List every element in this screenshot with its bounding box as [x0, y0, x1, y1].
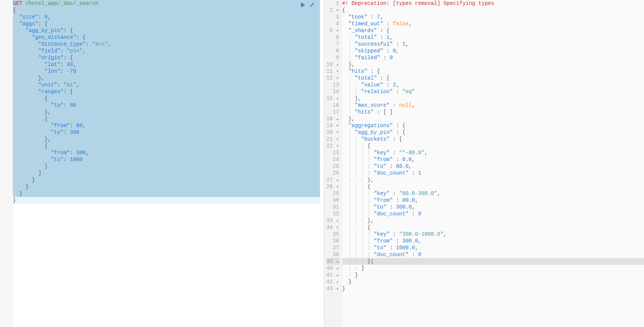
gutter-line: 22 ▾: [326, 143, 340, 149]
gutter-line: 3: [326, 14, 340, 20]
gutter-line: 38: [326, 251, 340, 258]
request-editor-pane: GET /hotel_app/_doc/_search { "size": 0,…: [0, 0, 320, 327]
gutter-line: 40 ▴: [326, 265, 340, 272]
gutter-line: 36: [326, 238, 340, 244]
gutter-line: 8: [326, 48, 340, 54]
gutter-line: 32: [326, 210, 340, 217]
gutter-line: 20 ▾: [326, 129, 340, 136]
gutter-line: 18 ▴: [326, 115, 340, 122]
gutter-line: 11 ▾: [326, 68, 340, 75]
gutter-line: 28 ▾: [326, 183, 340, 190]
pane-splitter[interactable]: ⋮: [320, 0, 324, 327]
request-editor-body[interactable]: GET /hotel_app/_doc/_search { "size": 0,…: [13, 0, 320, 327]
response-line-gutter: 1 2 ▾ 3 4 5 ▾ 6 7 8 9 10 ▴ 11 ▾ 12 ▾ 13 …: [324, 0, 342, 327]
response-viewer-pane: 1 2 ▾ 3 4 5 ▾ 6 7 8 9 10 ▴ 11 ▾ 12 ▾ 13 …: [324, 0, 644, 327]
svg-marker-0: [301, 3, 305, 7]
gutter-line: 21 ▾: [326, 136, 340, 143]
gutter-line: 31: [326, 204, 340, 210]
gutter-line: 13: [326, 81, 340, 88]
gutter-line: 10 ▴: [326, 61, 340, 68]
gutter-line: 43 ▴: [326, 285, 340, 292]
gutter-line: 30: [326, 197, 340, 204]
wrench-icon[interactable]: [309, 2, 315, 8]
gutter-line: 19 ▾: [326, 122, 340, 129]
gutter-line: 4: [326, 20, 340, 27]
gutter-line: 33 ▴: [326, 217, 340, 224]
gutter-line: 41 ▴: [326, 272, 340, 278]
gutter-line: 39 ▴: [326, 258, 340, 265]
gutter-line: 9: [326, 54, 340, 61]
gutter-line: 1: [326, 0, 340, 7]
request-line-gutter: [0, 0, 13, 327]
gutter-line: 14: [326, 88, 340, 95]
gutter-line: 17: [326, 109, 340, 115]
gutter-line: 7: [326, 41, 340, 48]
gutter-line: 42 ▴: [326, 278, 340, 285]
response-body[interactable]: #! Deprecation: [types removal] Specifyi…: [342, 0, 644, 327]
gutter-line: 2 ▾: [326, 7, 340, 14]
gutter-line: 27 ▴: [326, 177, 340, 183]
gutter-line: 35: [326, 231, 340, 238]
run-request-icon[interactable]: [300, 2, 306, 8]
gutter-line: 15 ▴: [326, 95, 340, 102]
gutter-line: 24: [326, 156, 340, 163]
gutter-line: 5 ▾: [326, 27, 340, 34]
gutter-line: 29: [326, 190, 340, 197]
gutter-line: 25: [326, 163, 340, 170]
request-actions-toolbar: [300, 2, 315, 8]
gutter-line: 23: [326, 149, 340, 156]
gutter-line: 12 ▾: [326, 75, 340, 81]
gutter-line: 37: [326, 244, 340, 251]
gutter-line: 26: [326, 170, 340, 177]
gutter-line: 34 ▾: [326, 224, 340, 231]
gutter-line: 16: [326, 102, 340, 109]
gutter-line: 6: [326, 34, 340, 41]
